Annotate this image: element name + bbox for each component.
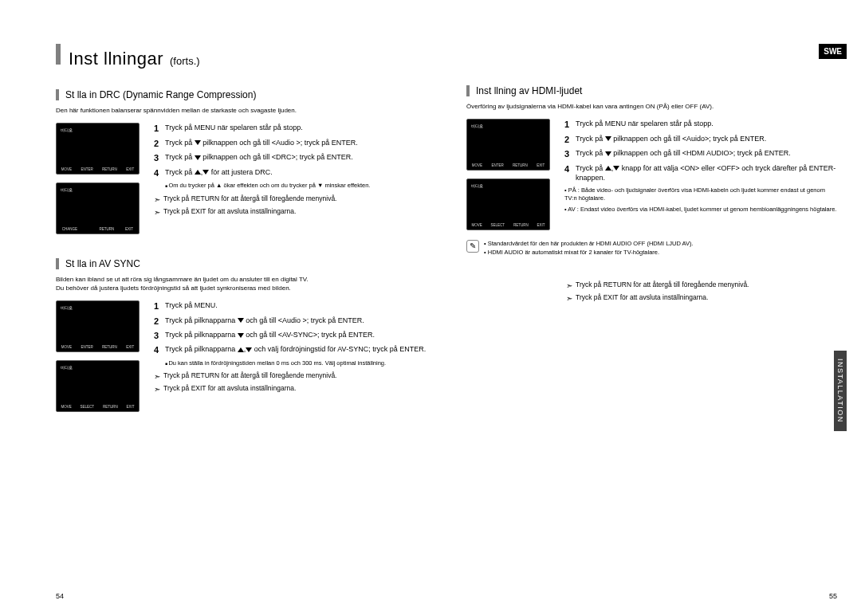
screen-btn: ENTER — [81, 167, 92, 171]
step-number: 3 — [564, 148, 576, 160]
step-number: 4 — [564, 163, 576, 183]
screen-thumbnails: 비디오 MOVE ENTER RETURN EXIT 비디오 MOVE SELE… — [56, 300, 140, 412]
screen-btn: ENTER — [491, 163, 503, 167]
pointer-icon: ➣ — [154, 207, 160, 218]
step-number: 3 — [154, 330, 165, 342]
step: 2Tryck på pilknappen och gå till <Auido>… — [564, 134, 837, 146]
page-spread: Inst llningar (forts.) St lla in DRC (Dy… — [0, 0, 861, 436]
page-title-row: Inst llningar (forts.) — [56, 44, 427, 69]
screen-buttons: MOVE SELECT RETURN EXIT — [57, 405, 139, 409]
intro-text: Bilden kan ibland se ut att röra sig lån… — [56, 276, 427, 292]
step-number: 2 — [154, 316, 165, 328]
info-text: • Standardvärdet för den här produkten ä… — [484, 240, 694, 257]
screen-btn: EXIT — [127, 405, 135, 409]
step-number: 2 — [154, 138, 165, 150]
step-number: 1 — [154, 300, 165, 312]
screen-btn: ENTER — [81, 345, 92, 349]
screen-btn: MOVE — [61, 345, 72, 349]
screen-thumb: 비디오 MOVE ENTER RETURN EXIT — [466, 119, 550, 171]
screen-btn: EXIT — [537, 163, 545, 167]
step-note: Om du trycker på ▲ ökar effekten och om … — [165, 182, 427, 190]
step: 4Tryck på pilknapparna , och välj fördrö… — [154, 344, 427, 356]
screen-btn: RETURN — [513, 223, 529, 227]
step: 1Tryck på MENU. — [154, 300, 427, 312]
step: 2Tryck på pilknappen och gå till <Audio … — [154, 138, 427, 150]
screen-thumb: 비디오 CHANGE RETURN EXIT — [56, 182, 140, 234]
sub-bullets: • PÅ : Både video- och ljudsignaler över… — [564, 186, 837, 214]
step: 4Tryck på , för att justera DRC. — [154, 167, 427, 179]
page-title: Inst llningar — [69, 49, 163, 69]
screen-btn: MOVE — [471, 223, 482, 227]
pointer-icon: ➣ — [566, 293, 572, 304]
screen-label: 비디오 — [471, 183, 483, 188]
arrow-up-icon — [238, 347, 244, 352]
section-title: St lla in AV SYNC — [65, 258, 140, 269]
steps-list: 1Tryck på MENU när spelaren står på stop… — [154, 123, 427, 234]
arrow-down-icon — [238, 333, 244, 338]
section-head-drc: St lla in DRC (Dynamic Range Compression… — [56, 89, 427, 100]
screen-btn: EXIT — [125, 227, 133, 231]
section-head-hdmi: Inst llning av HDMI-ljudet — [466, 85, 837, 96]
step-number: 3 — [154, 152, 165, 164]
footer-pointers: ➣Tryck på RETURN för att återgå till för… — [566, 281, 837, 304]
step-number: 2 — [564, 134, 576, 146]
section-head-avsync: St lla in AV SYNC — [56, 258, 427, 269]
pointer-icon: ➣ — [154, 194, 160, 206]
section-bar-icon — [56, 89, 59, 100]
page-number-left: 54 — [56, 592, 64, 600]
right-page: Inst llning av HDMI-ljudet Överföring av… — [466, 44, 837, 436]
section-body-avsync: 비디오 MOVE ENTER RETURN EXIT 비디오 MOVE SELE… — [56, 300, 427, 412]
arrow-down-icon — [195, 155, 201, 160]
step: 3Tryck på pilknapparna och gå till <AV-S… — [154, 330, 427, 342]
step-text: Tryck på MENU. — [165, 300, 218, 312]
section-bar-icon — [56, 258, 59, 269]
section-title: Inst llning av HDMI-ljudet — [476, 85, 582, 96]
step-text: Tryck på MENU när spelaren står på stopp… — [165, 123, 303, 135]
step: 3Tryck på pilknappen och gå till <HDMI A… — [564, 148, 837, 160]
screen-label: 비디오 — [471, 124, 483, 128]
screen-thumbnails: 비디오 MOVE ENTER RETURN EXIT 비디오 CHANGE RE… — [56, 123, 140, 234]
screen-thumbnails: 비디오 MOVE ENTER RETURN EXIT 비디오 MOVE SELE… — [466, 119, 550, 230]
steps-list: 1Tryck på MENU. 2Tryck på pilknapparna o… — [154, 300, 427, 412]
step: 2Tryck på pilknapparna och gå till <Audi… — [154, 316, 427, 328]
step-text: Tryck på pilknapparna , och välj fördröj… — [165, 344, 426, 356]
pointer-icon: ➣ — [566, 281, 572, 292]
screen-btn: RETURN — [102, 167, 117, 171]
screen-thumb: 비디오 MOVE SELECT RETURN EXIT — [466, 179, 550, 230]
step-text: Tryck på pilknapparna och gå till <AV-SY… — [165, 330, 375, 342]
screen-label: 비디오 — [61, 365, 73, 370]
exit-line: ➣Tryck på EXIT för att avsluta inställni… — [154, 207, 427, 218]
return-line: ➣Tryck på RETURN för att återgå till för… — [566, 281, 837, 292]
screen-thumb: 비디오 MOVE ENTER RETURN EXIT — [56, 300, 140, 352]
intro-text: Den här funktionen balanserar spännvidde… — [56, 107, 427, 115]
step-number: 4 — [154, 344, 165, 356]
section-title: St lla in DRC (Dynamic Range Compression… — [65, 89, 256, 100]
screen-btn: RETURN — [100, 227, 115, 231]
arrow-down-icon — [195, 140, 201, 145]
screen-btn: RETURN — [103, 405, 118, 409]
exit-line: ➣Tryck på EXIT för att avsluta inställni… — [154, 384, 427, 395]
arrow-down-icon — [613, 166, 619, 171]
bullet-on: • PÅ : Både video- och ljudsignaler över… — [564, 186, 837, 203]
screen-btn: SELECT — [81, 405, 95, 409]
step-text: Tryck på , knapp för att välja <ON> elle… — [576, 163, 837, 183]
step: 4Tryck på , knapp för att välja <ON> ell… — [564, 163, 837, 183]
page-number-right: 55 — [829, 592, 837, 600]
screen-thumb: 비디오 MOVE ENTER RETURN EXIT — [56, 123, 140, 175]
step-text: Tryck på pilknappen och gå till <HDMI AU… — [576, 148, 791, 160]
screen-btn: CHANGE — [62, 227, 77, 231]
step-number: 4 — [154, 167, 165, 179]
screen-btn: MOVE — [472, 163, 482, 167]
screen-label: 비디오 — [61, 187, 73, 192]
screen-label: 비디오 — [61, 128, 73, 132]
screen-buttons: CHANGE RETURN EXIT — [57, 227, 139, 231]
screen-btn: MOVE — [61, 405, 71, 409]
step-note: Du kan ställa in fördröjningstiden mella… — [165, 359, 427, 367]
arrow-down-icon — [605, 151, 611, 156]
step-text: Tryck på pilknappen och gå till <Audio >… — [165, 138, 358, 150]
screen-btn: MOVE — [61, 167, 72, 171]
step: 3Tryck på pilknappen och gå till <DRC>; … — [154, 152, 427, 164]
title-bar-icon — [56, 44, 61, 65]
screen-buttons: MOVE ENTER RETURN EXIT — [467, 163, 549, 167]
screen-btn: EXIT — [126, 167, 134, 171]
